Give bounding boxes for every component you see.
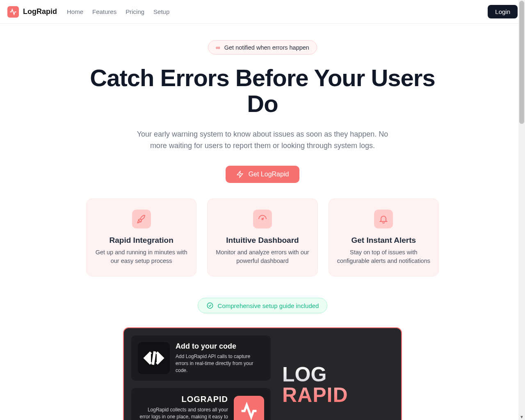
dark-card-title: Add to your code (176, 342, 264, 351)
hero-pill: ∞ Get notified when errors happen (208, 40, 317, 55)
feature-cards: Rapid Integration Get up and running in … (78, 199, 447, 276)
login-button[interactable]: Login (488, 5, 518, 18)
cta-button[interactable]: Get LogRapid (226, 166, 300, 183)
hero-pill-text: Get notified when errors happen (224, 44, 309, 51)
nav-left: LogRapid Home Features Pricing Setup (7, 6, 169, 18)
dark-card-desc: Add LogRapid API calls to capture errors… (176, 353, 264, 374)
dark-card-desc: LogRapid collects and stores all your er… (138, 406, 228, 420)
big-title-line2: RAPID (282, 385, 394, 405)
code-icon (138, 342, 170, 374)
green-pill: Comprehensive setup guide included (198, 298, 328, 313)
feature-desc: Get up and running in minutes with our e… (94, 248, 189, 265)
top-nav: LogRapid Home Features Pricing Setup Log… (0, 0, 525, 24)
bell-icon (374, 210, 393, 228)
check-circle-icon (206, 302, 214, 309)
feature-title: Rapid Integration (94, 236, 189, 245)
brand-logo-icon (7, 6, 19, 18)
feature-desc: Monitor and analyze errors with our powe… (215, 248, 310, 265)
nav-link-home[interactable]: Home (67, 8, 83, 15)
hero-subtitle: Your early warning system to know about … (131, 129, 394, 152)
hero-title: Catch Errors Before Your Users Do (86, 65, 439, 116)
nav-link-setup[interactable]: Setup (153, 8, 169, 15)
big-title-line1: LOG (282, 364, 394, 385)
dark-preview-panel: Add to your code Add LogRapid API calls … (123, 327, 402, 420)
scrollbar[interactable]: ▼ (518, 0, 525, 420)
scrollbar-thumb[interactable] (519, 1, 524, 124)
nav-links: Home Features Pricing Setup (67, 8, 169, 15)
svg-point-3 (207, 303, 213, 308)
nav-link-features[interactable]: Features (92, 8, 116, 15)
feature-title: Intuitive Dashboard (215, 236, 310, 245)
dark-card-title: LOGRAPID (138, 395, 228, 404)
dark-card-code: Add to your code Add LogRapid API calls … (131, 336, 271, 381)
feature-card: Get Instant Alerts Stay on top of issues… (329, 199, 439, 276)
feature-card: Intuitive Dashboard Monitor and analyze … (207, 199, 317, 276)
nav-link-pricing[interactable]: Pricing (126, 8, 144, 15)
activity-icon (234, 396, 264, 420)
green-pill-section: Comprehensive setup guide included (0, 298, 525, 313)
green-pill-text: Comprehensive setup guide included (218, 302, 319, 309)
svg-marker-0 (237, 171, 243, 178)
dark-panel-left: Add to your code Add LogRapid API calls … (131, 336, 271, 420)
big-title: LOG RAPID (282, 364, 394, 405)
feature-card: Rapid Integration Get up and running in … (86, 199, 196, 276)
rocket-icon (132, 210, 151, 228)
dark-card-text: LOGRAPID LogRapid collects and stores al… (138, 395, 228, 420)
svg-line-2 (262, 218, 264, 219)
brand-name: LogRapid (23, 7, 57, 16)
cta-label: Get LogRapid (249, 171, 289, 178)
svg-line-4 (153, 352, 155, 365)
hero-section: ∞ Get notified when errors happen Catch … (78, 40, 447, 183)
bolt-icon (236, 171, 244, 178)
infinity-icon: ∞ (216, 44, 220, 51)
scroll-down-icon[interactable]: ▼ (520, 415, 524, 419)
dark-card-text: Add to your code Add LogRapid API calls … (176, 342, 264, 374)
feature-title: Get Instant Alerts (336, 236, 431, 245)
gauge-icon (253, 210, 272, 228)
dark-panel-right: LOG RAPID (278, 336, 394, 420)
feature-desc: Stay on top of issues with configurable … (336, 248, 431, 265)
brand[interactable]: LogRapid (7, 6, 57, 18)
dark-card-logo: LOGRAPID LogRapid collects and stores al… (131, 388, 271, 420)
